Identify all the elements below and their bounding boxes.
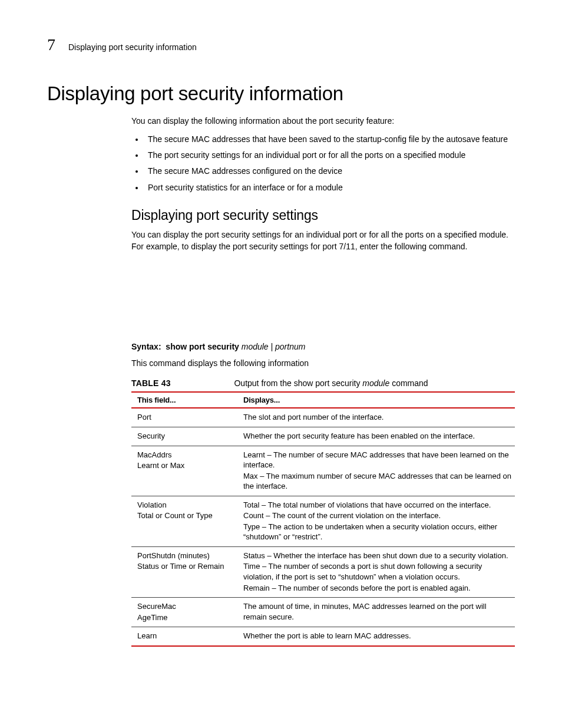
page-title: Displaying port security information [47,83,515,105]
table-cell-field: SecureMacAgeTime [131,598,237,627]
list-item: The port security settings for an indivi… [144,149,515,161]
chapter-number: 7 [47,35,55,54]
list-item: The secure MAC addresses that have been … [144,133,515,145]
list-item: The secure MAC addresses configured on t… [144,165,515,177]
table-row: PortThe slot and port number of the inte… [131,408,515,427]
table-number: TABLE 43 [131,378,171,388]
list-item: Port security statistics for an interfac… [144,182,515,193]
table-caption-text: Output from the show port security [234,378,362,388]
feature-bullet-list: The secure MAC addresses that have been … [131,133,515,193]
output-table: This field... Displays... PortThe slot a… [131,391,515,646]
table-cell-description: Total – The total number of violations t… [237,496,515,546]
syntax-command: show port security [166,342,239,351]
syntax-line: Syntax: show port security module | port… [131,341,515,353]
page: 7 Displaying port security information D… [0,0,562,694]
table-cell-field: Port [131,408,237,427]
syntax-args: module | portnum [242,342,306,351]
table-caption-text-2: command [389,378,428,388]
running-header: 7 Displaying port security information [47,35,515,54]
table-cell-description: Whether the port security feature has be… [237,427,515,446]
table-cell-field: Security [131,427,237,446]
table-row: MacAddrsLearnt or MaxLearnt – The number… [131,446,515,496]
table-row: PortShutdn (minutes)Status or Time or Re… [131,546,515,597]
table-header-displays: Displays... [237,392,515,408]
table-row: SecurityWhether the port security featur… [131,427,515,446]
table-header-field: This field... [131,392,237,408]
running-title: Displaying port security information [68,42,197,52]
body-column: You can display the following informatio… [131,116,515,647]
table-cell-description: Whether the port is able to learn MAC ad… [237,627,515,646]
syntax-label: Syntax: [131,342,161,351]
table-cell-field: ViolationTotal or Count or Type [131,496,237,546]
table-caption-arg: module [362,378,389,388]
section-heading: Displaying port security settings [131,207,515,223]
table-cell-description: Learnt – The number of secure MAC addres… [237,446,515,496]
intro-paragraph: You can display the following informatio… [131,116,515,127]
table-row: LearnWhether the port is able to learn M… [131,627,515,646]
table-cell-description: The slot and port number of the interfac… [237,408,515,427]
table-cell-field: PortShutdn (minutes)Status or Time or Re… [131,546,237,597]
command-description: This command displays the following info… [131,358,515,370]
table-row: ViolationTotal or Count or TypeTotal – T… [131,496,515,546]
table-caption: TABLE 43 Output from the show port secur… [131,378,515,390]
table-row: SecureMacAgeTimeThe amount of time, in m… [131,598,515,627]
table-cell-description: The amount of time, in minutes, MAC addr… [237,598,515,627]
table-cell-field: Learn [131,627,237,646]
section-paragraph: You can display the port security settin… [131,229,515,253]
table-cell-description: Status – Whether the interface has been … [237,546,515,597]
table-cell-field: MacAddrsLearnt or Max [131,446,237,496]
